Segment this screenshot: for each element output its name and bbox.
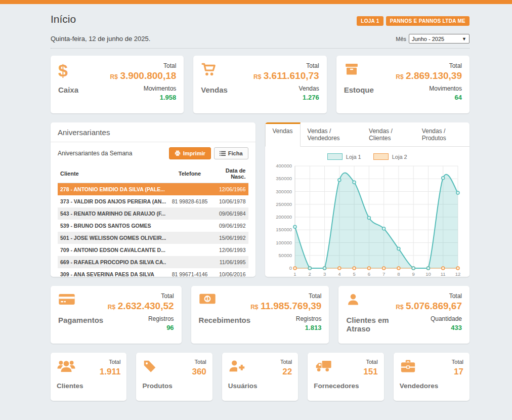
date-row: Quinta-feira, 12 de junho de 2025. Mês J… bbox=[51, 34, 470, 44]
table-row[interactable]: 309 - ANA SEVERINA PAES DA SILVA81 99671… bbox=[58, 268, 248, 277]
birthdays-toolbar: Aniversariantes da Semana Imprimir bbox=[58, 147, 248, 159]
credit-card-icon bbox=[58, 292, 75, 306]
svg-text:7: 7 bbox=[382, 271, 385, 277]
loja1-swatch bbox=[327, 153, 343, 160]
printer-icon bbox=[175, 150, 181, 156]
table-row[interactable]: 543 - RENATO MARINHO DE ARAUJO (F...09/0… bbox=[58, 207, 248, 220]
svg-text:1: 1 bbox=[206, 296, 209, 302]
table-row[interactable]: 501 - JOSE WELISSON GOMES OLIVEIR...15/0… bbox=[58, 232, 248, 244]
count-value: 1.958 bbox=[110, 94, 177, 101]
total-value: 22 bbox=[282, 367, 292, 377]
total-label: Total bbox=[253, 62, 319, 69]
card-recebimentos: 1 Recebimentos Total R$ 11.985.769,39 Re… bbox=[191, 286, 329, 344]
birthdays-subtitle: Aniversariantes da Semana bbox=[58, 150, 132, 157]
tag-icon bbox=[142, 359, 157, 374]
legend-loja1[interactable]: Loja 1 bbox=[327, 153, 361, 160]
truck-icon bbox=[314, 359, 332, 373]
svg-text:11: 11 bbox=[441, 271, 446, 277]
total-value: R$ 3.611.610,73 bbox=[253, 70, 319, 81]
total-label: Total bbox=[396, 292, 462, 300]
briefcase-icon bbox=[400, 359, 416, 374]
total-label: Total bbox=[452, 359, 463, 365]
count-label: Registros bbox=[108, 315, 174, 322]
loja2-swatch bbox=[373, 153, 389, 160]
birthdays-panel: Aniversariantes Aniversariantes da Seman… bbox=[51, 122, 255, 277]
total-label: Total bbox=[195, 359, 206, 365]
svg-text:400000: 400000 bbox=[276, 163, 292, 169]
svg-text:6: 6 bbox=[367, 271, 370, 277]
month-select[interactable]: Junho - 2025 ▼ bbox=[409, 34, 470, 44]
card-title: Clientes em Atraso bbox=[346, 316, 396, 333]
table-header-row: Cliente Telefone Data de Nasc. bbox=[58, 164, 248, 183]
count-label: Vendas bbox=[253, 85, 319, 92]
total-label: Total bbox=[250, 292, 321, 300]
col-telefone: Telefone bbox=[166, 164, 214, 183]
main-row: Aniversariantes Aniversariantes da Seman… bbox=[51, 122, 470, 277]
svg-text:0: 0 bbox=[289, 265, 291, 271]
card-vendedores: Total 17 Vendedores bbox=[394, 353, 470, 401]
card-usuarios: Total 22 Usuários bbox=[222, 353, 298, 401]
card-title: Recebimentos bbox=[199, 316, 251, 324]
card-title: Pagamentos bbox=[58, 316, 103, 324]
count-value: 433 bbox=[396, 324, 462, 331]
card-file-button[interactable]: Ficha bbox=[214, 147, 248, 159]
total-label: Total bbox=[396, 62, 462, 69]
tab-vendas-produtos[interactable]: Vendas / Produtos bbox=[415, 122, 470, 146]
table-row[interactable]: 278 - ANTONIO EMIDIO DA SILVA (PALE...12… bbox=[58, 183, 248, 196]
dashboard-page: Início LOJA 1 PANNOS E PANNOS LTDA ME Qu… bbox=[0, 4, 512, 401]
table-row[interactable]: 373 - VALDIR DOS ANJOS PEREIRA (AN...81 … bbox=[58, 195, 248, 207]
svg-text:4: 4 bbox=[338, 271, 340, 277]
tab-vendas-clientes[interactable]: Vendas / Clientes bbox=[362, 122, 415, 146]
birthdays-panel-title: Aniversariantes bbox=[51, 122, 255, 142]
chart-tabs: Vendas Vendas / Vendedores Vendas / Clie… bbox=[265, 122, 470, 147]
user-plus-icon bbox=[228, 359, 245, 373]
svg-text:12: 12 bbox=[455, 271, 460, 277]
card-title: Usuários bbox=[228, 382, 258, 390]
store-badge[interactable]: LOJA 1 bbox=[357, 16, 383, 26]
svg-text:3: 3 bbox=[323, 271, 326, 277]
header-badges: LOJA 1 PANNOS E PANNOS LTDA ME bbox=[357, 16, 470, 26]
card-title: Fornecedores bbox=[314, 382, 359, 390]
card-caixa: $ Caixa Total R$ 3.900.800,18 Movimentos… bbox=[51, 56, 184, 113]
month-label: Mês bbox=[396, 36, 406, 42]
card-estoque: Estoque Total R$ 2.869.130,39 Movimentos… bbox=[336, 56, 470, 113]
card-title: Estoque bbox=[344, 86, 374, 94]
total-value: 360 bbox=[192, 367, 206, 377]
count-label: Quantidade bbox=[396, 315, 462, 322]
summary-cards-top: $ Caixa Total R$ 3.900.800,18 Movimentos… bbox=[51, 56, 470, 113]
current-date: Quinta-feira, 12 de junho de 2025. bbox=[51, 35, 150, 43]
col-cliente: Cliente bbox=[58, 164, 166, 183]
card-fornecedores: Total 151 Fornecedores bbox=[308, 353, 383, 401]
dotted-separator bbox=[51, 48, 470, 49]
chevron-down-icon: ▼ bbox=[462, 36, 466, 41]
svg-text:1: 1 bbox=[293, 271, 296, 277]
page-title: Início bbox=[51, 13, 76, 25]
table-row[interactable]: 539 - BRUNO DOS SANTOS GOMES09/06/1992 bbox=[58, 220, 248, 232]
card-produtos: Total 360 Produtos bbox=[136, 353, 212, 401]
total-value: R$ 11.985.769,39 bbox=[250, 301, 321, 312]
list-icon bbox=[220, 151, 226, 156]
company-badge[interactable]: PANNOS E PANNOS LTDA ME bbox=[386, 16, 470, 26]
box-icon bbox=[344, 62, 359, 76]
svg-text:10: 10 bbox=[425, 271, 431, 277]
table-row[interactable]: 669 - RAFAELA PROCOPIO DA SILVA CA...11/… bbox=[58, 256, 248, 268]
print-button[interactable]: Imprimir bbox=[169, 147, 211, 159]
count-value: 64 bbox=[396, 94, 462, 101]
total-label: Total bbox=[110, 62, 177, 69]
total-value: R$ 3.900.800,18 bbox=[110, 70, 177, 81]
total-label: Total bbox=[366, 359, 377, 365]
card-title: Caixa bbox=[58, 86, 78, 94]
col-data-nasc: Data de Nasc. bbox=[214, 164, 248, 183]
tab-vendas-vendedores[interactable]: Vendas / Vendedores bbox=[301, 122, 362, 146]
card-title: Produtos bbox=[142, 382, 172, 390]
table-row[interactable]: 709 - ANTONIO EDSON CAVALCANTE D...12/06… bbox=[58, 244, 248, 256]
chart-legend: Loja 1 Loja 2 bbox=[265, 153, 470, 160]
tab-vendas[interactable]: Vendas bbox=[265, 122, 301, 147]
cart-icon bbox=[201, 62, 217, 76]
legend-loja2[interactable]: Loja 2 bbox=[373, 153, 407, 160]
shortcut-cards: Total 1.911 Clientes Total 360 Produtos bbox=[51, 353, 470, 401]
dollar-icon: $ bbox=[58, 62, 68, 78]
svg-text:250000: 250000 bbox=[276, 201, 292, 207]
card-pagamentos: Pagamentos Total R$ 2.632.430,52 Registr… bbox=[51, 286, 182, 344]
svg-text:100000: 100000 bbox=[276, 240, 292, 245]
